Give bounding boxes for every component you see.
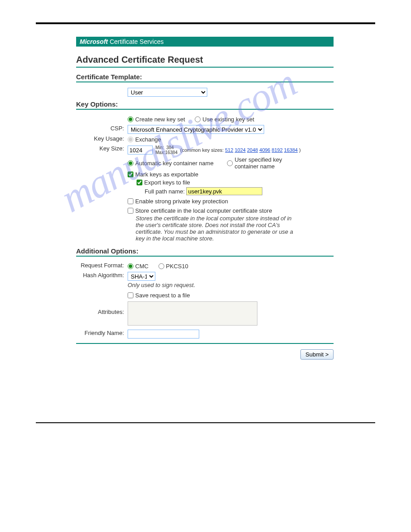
hash-algorithm-select[interactable]: SHA-1 (128, 272, 155, 281)
user-container-label: User specified key container name (235, 156, 294, 170)
submit-button[interactable]: Submit > (300, 349, 334, 360)
use-existing-key-radio[interactable] (195, 116, 201, 122)
use-existing-key-label: Use existing key set (202, 116, 254, 123)
strong-protection-label: Enable strong private key protection (135, 198, 228, 205)
export-to-file-checkbox[interactable] (137, 180, 142, 185)
attributes-textarea[interactable] (128, 301, 257, 326)
header-suffix: Certificate Services (108, 38, 163, 45)
full-path-input[interactable] (186, 187, 262, 195)
friendly-name-label: Friendly Name: (76, 330, 128, 336)
auto-container-label: Automatic key container name (135, 160, 214, 167)
key-size-label: Key Size: (76, 145, 128, 152)
page-title: Advanced Certificate Request (76, 55, 334, 65)
keysize-1024-link[interactable]: 1024 (235, 147, 245, 153)
auto-container-radio[interactable] (128, 160, 133, 166)
csp-label: CSP: (76, 125, 128, 132)
request-format-label: Request Format: (76, 262, 128, 269)
bottom-rule (36, 422, 375, 423)
brand-logo: Microsoft (80, 38, 108, 45)
keysize-2048-link[interactable]: 2048 (247, 147, 258, 153)
mark-exportable-checkbox[interactable] (128, 172, 133, 177)
user-container-radio[interactable] (227, 160, 233, 166)
save-request-label: Save request to a file (135, 292, 190, 299)
hash-algorithm-label: Hash Algorithm: (76, 272, 128, 279)
keysize-8192-link[interactable]: 8192 (272, 147, 283, 153)
cmc-radio[interactable] (128, 263, 133, 269)
bottom-form-divider (76, 343, 334, 344)
store-local-label: Store certificate in the local computer … (135, 207, 272, 214)
csp-select[interactable]: Microsoft Enhanced Cryptographic Provide… (128, 125, 264, 134)
attributes-label: Attributes: (76, 301, 128, 315)
keysize-16384-link[interactable]: 16384 (284, 147, 298, 153)
key-usage-label: Key Usage: (76, 135, 128, 142)
cert-template-divider (76, 82, 334, 82)
store-local-checkbox[interactable] (128, 208, 133, 214)
hash-note: Only used to sign request. (128, 282, 334, 288)
top-rule (36, 22, 375, 24)
title-divider (76, 67, 334, 68)
cert-template-label: Certificate Template: (76, 73, 334, 81)
pkcs10-label: PKCS10 (166, 263, 188, 270)
common-key-sizes: (common key sizes: 512 1024 2048 4096 81… (180, 147, 300, 153)
cert-template-select[interactable]: User (128, 88, 207, 97)
key-options-divider (76, 109, 334, 110)
key-usage-exchange-radio (128, 137, 133, 142)
additional-options-title: Additional Options: (76, 247, 334, 255)
create-new-key-label: Create new key set (135, 116, 185, 123)
keysize-512-link[interactable]: 512 (225, 147, 233, 153)
keysize-4096-link[interactable]: 4096 (259, 147, 270, 153)
full-path-label: Full path name: (145, 188, 185, 195)
export-to-file-label: Export keys to file (144, 179, 190, 186)
store-local-note: Stores the certificate in the local comp… (136, 215, 297, 242)
create-new-key-radio[interactable] (128, 116, 133, 122)
key-usage-value: Exchange (135, 136, 161, 143)
mark-exportable-label: Mark keys as exportable (135, 171, 198, 178)
strong-protection-checkbox[interactable] (128, 198, 133, 204)
save-request-checkbox[interactable] (128, 292, 133, 298)
key-size-minmax: Min: 384 Max:16384 (155, 145, 177, 155)
additional-options-divider (76, 256, 334, 257)
cmc-label: CMC (135, 263, 149, 270)
pkcs10-radio[interactable] (158, 263, 164, 269)
friendly-name-input[interactable] (128, 330, 199, 339)
key-options-title: Key Options: (76, 100, 334, 108)
key-size-input[interactable] (128, 146, 153, 154)
header-bar: Microsoft Certificate Services (76, 37, 334, 47)
